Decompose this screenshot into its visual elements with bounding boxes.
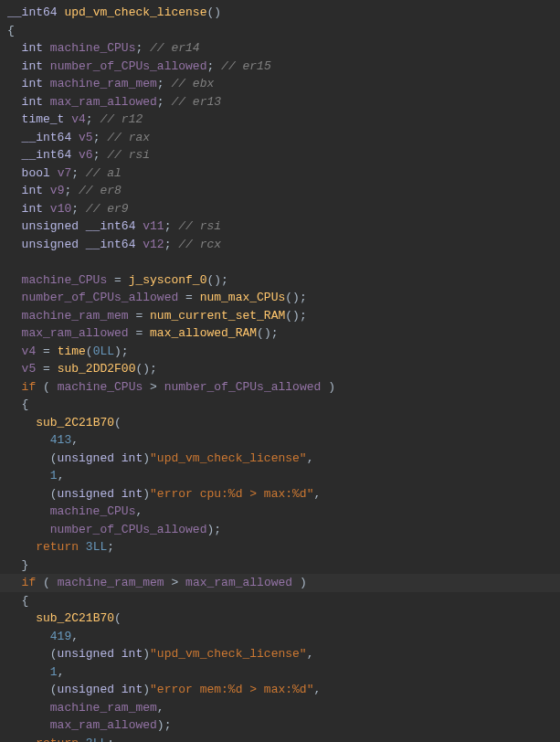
code-line: machine_ram_mem = num_current_set_RAM();: [0, 307, 560, 325]
code-line: {: [0, 396, 560, 414]
code-line: int v9; // er8: [0, 182, 560, 200]
code-line: sub_2C21B70(: [0, 610, 560, 628]
code-line: [0, 253, 560, 271]
code-line: unsigned __int64 v11; // rsi: [0, 217, 560, 236]
code-line: 419,: [0, 628, 560, 646]
code-line: (unsigned int)"error cpu:%d > max:%d",: [0, 485, 560, 504]
code-line: __int64 v6; // rsi: [0, 146, 560, 164]
code-line: if ( machine_CPUs > number_of_CPUs_allow…: [0, 378, 560, 397]
code-line: 413,: [0, 431, 560, 450]
code-line: sub_2C21B70(: [0, 414, 560, 432]
code-line: (unsigned int)"upd_vm_check_license",: [0, 645, 560, 663]
code-line: max_ram_allowed);: [0, 716, 560, 735]
code-line: }: [0, 556, 560, 575]
code-line: int machine_ram_mem; // ebx: [0, 75, 560, 93]
code-line: __int64 upd_vm_check_license(): [0, 4, 560, 22]
code-editor[interactable]: __int64 upd_vm_check_license() { int mac…: [0, 4, 560, 742]
code-line: number_of_CPUs_allowed = num_max_CPUs();: [0, 289, 560, 307]
code-line: (unsigned int)"error mem:%d > max:%d",: [0, 681, 560, 699]
code-line: unsigned __int64 v12; // rcx: [0, 236, 560, 254]
code-line: 1,: [0, 663, 560, 682]
code-line: __int64 v5; // rax: [0, 129, 560, 147]
code-line: v4 = time(0LL);: [0, 343, 560, 361]
code-line: return 3LL;: [0, 538, 560, 556]
code-line: int v10; // er9: [0, 200, 560, 218]
code-line: int max_ram_allowed; // er13: [0, 93, 560, 111]
code-line: bool v7; // al: [0, 164, 560, 183]
code-line: {: [0, 22, 560, 40]
code-line: time_t v4; // r12: [0, 111, 560, 129]
code-line: machine_ram_mem,: [0, 699, 560, 717]
code-line: machine_CPUs = j_sysconf_0();: [0, 271, 560, 290]
code-line: 1,: [0, 467, 560, 485]
code-line: machine_CPUs,: [0, 503, 560, 521]
code-line: int number_of_CPUs_allowed; // er15: [0, 58, 560, 76]
code-line: v5 = sub_2DD2F00();: [0, 360, 560, 378]
code-line: int machine_CPUs; // er14: [0, 39, 560, 58]
code-line: return 3LL;: [0, 735, 560, 743]
code-line: number_of_CPUs_allowed);: [0, 521, 560, 539]
code-line: max_ram_allowed = max_allowed_RAM();: [0, 324, 560, 343]
code-line: {: [0, 592, 560, 610]
code-line: (unsigned int)"upd_vm_check_license",: [0, 450, 560, 468]
code-line-highlighted: if ( machine_ram_mem > max_ram_allowed ): [0, 574, 560, 592]
